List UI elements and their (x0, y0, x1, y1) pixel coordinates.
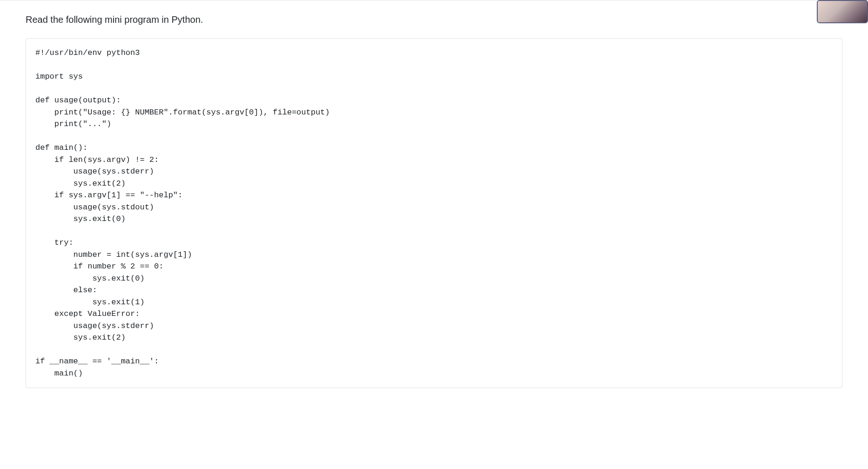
corner-thumbnail (817, 0, 868, 23)
main-container: Read the following mini program in Pytho… (0, 0, 868, 402)
intro-text: Read the following mini program in Pytho… (26, 14, 842, 25)
code-block: #!/usr/bin/env python3 import sys def us… (26, 38, 842, 388)
